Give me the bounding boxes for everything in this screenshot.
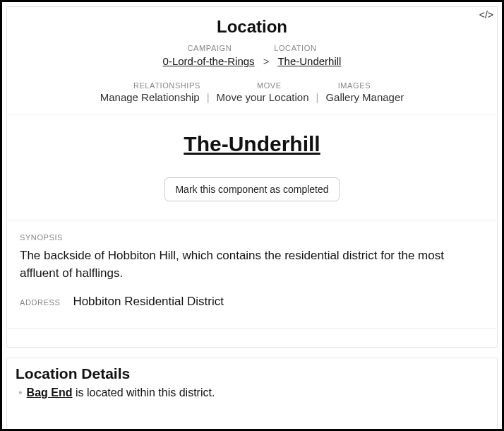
action-separator: | — [207, 91, 210, 103]
bullet-text: is located within this district. — [73, 386, 215, 398]
code-icon[interactable]: </> — [479, 9, 493, 20]
mark-completed-button[interactable]: Mark this component as completed — [164, 177, 339, 201]
title-section: The-Underhill Mark this component as com… — [7, 114, 497, 220]
bag-end-link[interactable]: Bag End — [27, 386, 73, 398]
breadcrumb: 0-Lord-of-the-Rings > The-Underhill — [14, 55, 490, 67]
relationships-label: Relationships — [133, 81, 200, 90]
details-heading: Location Details — [16, 365, 488, 382]
synopsis-label: Synopsis — [20, 233, 63, 242]
breadcrumb-separator: > — [263, 55, 270, 67]
breadcrumb-location-link[interactable]: The-Underhill — [277, 55, 341, 67]
campaign-label: Campaign — [188, 44, 232, 52]
action-labels-row: Relationships Move Images — [14, 81, 490, 90]
images-label: Images — [338, 81, 371, 90]
header-section: Location Campaign Location 0-Lord-of-the… — [7, 7, 497, 114]
synopsis-text: The backside of Hobbiton Hill, which con… — [20, 247, 484, 282]
item-title[interactable]: The-Underhill — [184, 132, 320, 156]
action-separator: | — [316, 91, 318, 103]
main-card: Location Campaign Location 0-Lord-of-the… — [6, 6, 498, 348]
breadcrumb-labels: Campaign Location — [14, 41, 490, 54]
action-links-row: Manage Relationship | Move your Location… — [14, 91, 490, 103]
details-card: Location Details • Bag End is located wi… — [6, 358, 498, 431]
move-location-link[interactable]: Move your Location — [217, 91, 309, 103]
list-item: • Bag End is located within this distric… — [16, 386, 488, 399]
address-row: Address Hobbiton Residential District — [20, 295, 484, 312]
bullet-icon: • — [18, 386, 23, 399]
breadcrumb-campaign-link[interactable]: 0-Lord-of-the-Rings — [163, 55, 255, 67]
address-value: Hobbiton Residential District — [73, 295, 224, 309]
address-label: Address — [20, 298, 60, 307]
content-section: Synopsis The backside of Hobbiton Hill, … — [7, 220, 497, 329]
card-footer-strip — [7, 329, 497, 347]
move-label: Move — [257, 81, 282, 90]
gallery-manager-link[interactable]: Gallery Manager — [325, 91, 404, 103]
page-title: Location — [14, 17, 490, 37]
manage-relationship-link[interactable]: Manage Relationship — [100, 91, 200, 103]
location-label: Location — [274, 44, 316, 52]
